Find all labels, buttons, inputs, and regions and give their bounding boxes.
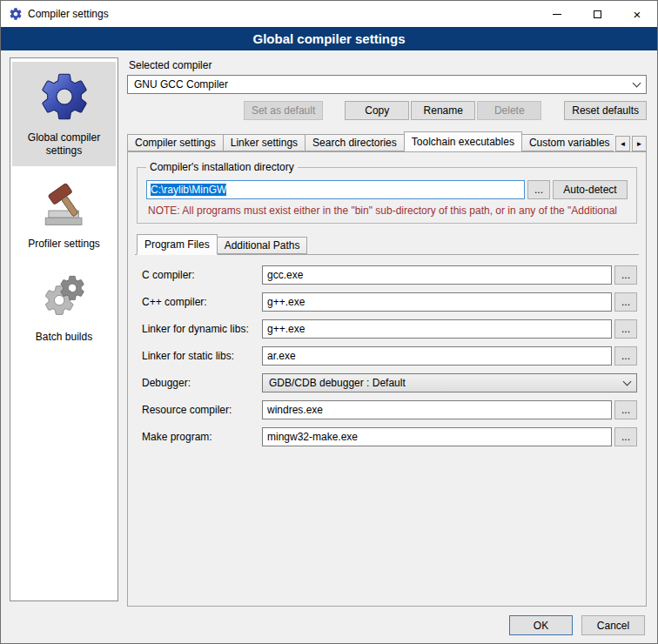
toolchain-executables-panel: Compiler's installation directory C:\ray…	[127, 151, 647, 607]
form-row-make-program: Make program: ...	[142, 427, 637, 446]
selected-compiler-label: Selected compiler	[129, 59, 647, 71]
blue-gear-icon	[15, 69, 113, 124]
form-row-cpp-compiler: C++ compiler: ...	[142, 292, 637, 312]
sidebar-item-profiler-settings[interactable]: Profiler settings	[12, 168, 116, 259]
tab-additional-paths[interactable]: Additional Paths	[217, 237, 308, 254]
make-program-input[interactable]	[262, 427, 612, 446]
selected-compiler-dropdown[interactable]: GNU GCC Compiler	[127, 75, 647, 94]
window-title: Compiler settings	[28, 8, 109, 20]
chevron-down-icon	[623, 377, 632, 386]
make-program-browse-button[interactable]: ...	[614, 427, 637, 446]
set-as-default-button[interactable]: Set as default	[244, 101, 323, 120]
tab-compiler-settings[interactable]: Compiler settings	[127, 134, 224, 151]
tab-program-files[interactable]: Program Files	[137, 234, 218, 255]
installation-directory-note: NOTE: All programs must exist either in …	[148, 205, 626, 217]
selected-compiler-value: GNU GCC Compiler	[134, 78, 634, 91]
tab-custom-variables[interactable]: Custom variables	[521, 134, 614, 151]
cpp-compiler-label: C++ compiler:	[142, 296, 262, 308]
make-program-label: Make program:	[142, 431, 262, 443]
compiler-settings-dialog: Compiler settings × Global compiler sett…	[0, 0, 658, 644]
installation-directory-input[interactable]: C:\raylib\MinGW	[146, 180, 525, 199]
static-linker-browse-button[interactable]: ...	[614, 346, 637, 366]
app-icon	[9, 7, 23, 21]
installation-directory-legend: Compiler's installation directory	[146, 161, 298, 173]
resource-compiler-input[interactable]	[262, 400, 612, 419]
close-button[interactable]: ×	[617, 1, 657, 27]
delete-button[interactable]: Delete	[477, 101, 541, 120]
form-row-static-linker: Linker for static libs: ...	[142, 346, 637, 366]
tab-scroll-right-button[interactable]: ►	[632, 136, 647, 151]
installation-directory-value: C:\raylib\MinGW	[151, 184, 226, 196]
c-compiler-label: C compiler:	[142, 269, 262, 281]
cpp-compiler-browse-button[interactable]: ...	[614, 292, 637, 312]
auto-detect-button[interactable]: Auto-detect	[553, 180, 628, 199]
dynamic-linker-input[interactable]	[262, 319, 612, 339]
program-files-form: C compiler: ... C++ compiler: ...	[135, 255, 639, 454]
gray-gears-icon	[15, 268, 113, 324]
minimize-button[interactable]	[537, 1, 577, 27]
hammer-icon	[15, 175, 113, 231]
maximize-button[interactable]	[577, 1, 617, 27]
chevron-down-icon	[633, 78, 641, 87]
settings-category-list: Global compiler settings Profiler settin…	[10, 57, 118, 601]
sidebar-item-batch-builds[interactable]: Batch builds	[12, 261, 116, 352]
minimize-icon	[553, 14, 561, 15]
form-row-c-compiler: C compiler: ...	[142, 265, 637, 285]
c-compiler-input[interactable]	[262, 265, 612, 285]
tab-search-directories[interactable]: Search directories	[305, 134, 405, 151]
tab-linker-settings[interactable]: Linker settings	[223, 134, 306, 151]
installation-directory-groupbox: Compiler's installation directory C:\ray…	[137, 161, 637, 224]
reset-defaults-button[interactable]: Reset defaults	[564, 101, 647, 120]
tab-scroll-left-button[interactable]: ◄	[615, 136, 630, 151]
dynamic-linker-label: Linker for dynamic libs:	[142, 323, 262, 335]
static-linker-input[interactable]	[262, 346, 612, 366]
sidebar-item-label: Profiler settings	[15, 238, 113, 251]
cancel-button[interactable]: Cancel	[581, 615, 645, 635]
resource-compiler-browse-button[interactable]: ...	[614, 400, 637, 419]
cpp-compiler-input[interactable]	[262, 292, 612, 312]
tab-toolchain-executables[interactable]: Toolchain executables	[404, 131, 522, 151]
form-row-resource-compiler: Resource compiler: ...	[142, 400, 637, 419]
program-files-tabbar: Program Files Additional Paths	[135, 234, 639, 255]
debugger-label: Debugger:	[142, 377, 262, 389]
ok-button[interactable]: OK	[509, 615, 573, 635]
titlebar: Compiler settings ×	[1, 1, 657, 27]
copy-button[interactable]: Copy	[345, 101, 409, 120]
resource-compiler-label: Resource compiler:	[142, 404, 262, 416]
rename-button[interactable]: Rename	[411, 101, 475, 120]
c-compiler-browse-button[interactable]: ...	[614, 265, 637, 285]
sidebar-item-label: Batch builds	[15, 331, 113, 344]
sidebar-item-global-compiler-settings[interactable]: Global compiler settings	[12, 62, 116, 166]
settings-tabbar: Compiler settings Linker settings Search…	[127, 131, 647, 151]
maximize-icon	[594, 10, 601, 18]
debugger-dropdown[interactable]: GDB/CDB debugger : Default	[262, 373, 637, 392]
form-row-debugger: Debugger: GDB/CDB debugger : Default	[142, 373, 637, 392]
dialog-banner: Global compiler settings	[1, 27, 657, 50]
debugger-value: GDB/CDB debugger : Default	[269, 377, 624, 389]
form-row-dynamic-linker: Linker for dynamic libs: ...	[142, 319, 637, 339]
dialog-footer: OK Cancel	[1, 607, 657, 643]
installation-directory-browse-button[interactable]: ...	[527, 180, 550, 199]
dynamic-linker-browse-button[interactable]: ...	[614, 319, 637, 339]
static-linker-label: Linker for static libs:	[142, 350, 262, 362]
sidebar-item-label: Global compiler settings	[15, 131, 113, 158]
tabs-strip: Compiler settings Linker settings Search…	[127, 131, 614, 151]
close-icon: ×	[634, 8, 641, 21]
